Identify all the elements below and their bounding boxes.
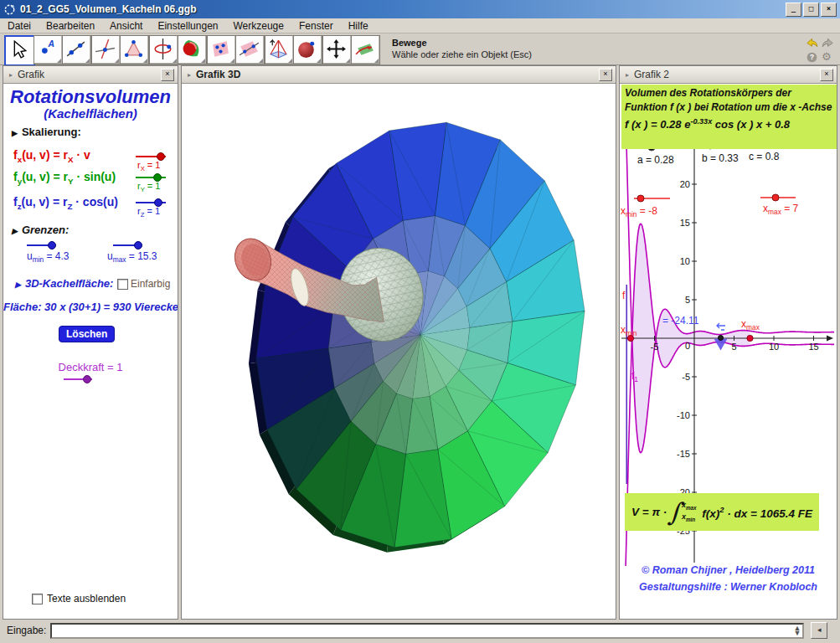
input-collapse-button[interactable]: ◂	[811, 622, 827, 639]
tool-sphere-button[interactable]	[293, 35, 322, 64]
redo-button[interactable]	[821, 36, 835, 50]
slider-umin[interactable]	[27, 241, 52, 249]
maximize-button[interactable]: □	[803, 3, 819, 17]
panel-grafik2-header[interactable]: ▸ Grafik 2 ×	[620, 66, 837, 84]
formula-fx[interactable]: fx(u, v) = rX · v	[13, 148, 90, 164]
panel-grafik3d-header[interactable]: ▸ Grafik 3D ×	[182, 66, 616, 84]
menu-item-fenster[interactable]: Fenster	[291, 19, 341, 33]
tool-dropdown-arrow-icon[interactable]	[85, 59, 90, 63]
svg-text:15: 15	[808, 342, 818, 352]
algebra-input[interactable]	[50, 623, 804, 639]
slider-rx[interactable]	[136, 152, 166, 160]
slider-umin-label: umin = 4.3	[27, 250, 70, 264]
menu-item-hilfe[interactable]: Hilfe	[341, 19, 376, 33]
svg-text:-5: -5	[682, 372, 690, 382]
tool-circle-axis-button[interactable]	[149, 35, 178, 64]
point-s[interactable]	[719, 336, 724, 341]
curve-label: f	[622, 290, 625, 301]
menu-item-werkzeuge[interactable]: Werkzeuge	[225, 19, 291, 33]
point-xmax[interactable]	[747, 335, 753, 341]
tool-line-button[interactable]	[62, 35, 91, 64]
menu-item-ansicht[interactable]: Ansicht	[102, 19, 150, 33]
tool-move-button[interactable]	[4, 35, 35, 66]
panel-collapse-icon[interactable]: ▸	[9, 71, 13, 79]
tool-dropdown-arrow-icon[interactable]	[173, 59, 177, 63]
tool-dropdown-arrow-icon[interactable]	[317, 59, 321, 63]
formula-fy[interactable]: fy(u, v) = rY · sin(u)	[13, 170, 116, 186]
circle-axis-icon	[152, 38, 174, 60]
g2-slider-label: b = 0.33	[702, 152, 739, 164]
tool-dropdown-arrow-icon[interactable]	[57, 59, 61, 63]
panel-collapse-icon[interactable]: ▸	[626, 71, 629, 79]
menu-item-einstellungen[interactable]: Einstellungen	[150, 19, 225, 33]
panel-grafik-body: Rotationsvolumen (Kachelflächen) ▶Skalie…	[3, 84, 178, 619]
g2-slider-knob[interactable]	[637, 195, 644, 202]
panel-grafik2-close-icon[interactable]: ×	[820, 69, 833, 81]
tool-perpendicular-button[interactable]	[91, 35, 121, 64]
slider-deckkraft[interactable]	[64, 375, 92, 383]
perpendicular-icon	[94, 38, 116, 60]
slider-umin-knob[interactable]	[48, 241, 56, 249]
texte-ausblenden-checkbox[interactable]	[32, 594, 43, 604]
subheading[interactable]: (Kachelflächen)	[3, 106, 178, 121]
tool-point-button[interactable]: A	[33, 35, 63, 64]
einfarbig-label[interactable]: Einfarbig	[131, 278, 170, 290]
panel-grafik-close-icon[interactable]: ×	[161, 69, 174, 81]
g2-slider-knob[interactable]	[772, 194, 779, 201]
tool-dropdown-arrow-icon[interactable]	[201, 59, 205, 63]
flaeche-text[interactable]: Fläche: 30 x (30+1) = 930 Vierecke	[3, 301, 178, 313]
tool-plane-button[interactable]	[235, 35, 265, 64]
volume-formula-box[interactable]: V = π · ∫ xmaxxmin f(x)2 · dx = 1065.4 F…	[625, 493, 819, 531]
einfarbig-checkbox[interactable]	[117, 279, 128, 290]
undo-button[interactable]	[805, 36, 819, 50]
slider-rz[interactable]	[136, 198, 166, 206]
help-button[interactable]: ?	[807, 51, 817, 62]
tool-rotate-view-button[interactable]	[351, 35, 380, 64]
rotation-solid-3d[interactable]	[182, 84, 616, 619]
input-label: Eingabe:	[7, 625, 46, 636]
info-text-box[interactable]: Volumen des Rotationskörpers der Funktio…	[621, 85, 837, 149]
panel-grafik3d-close-icon[interactable]: ×	[599, 69, 612, 81]
tool-translate-view-button[interactable]	[322, 35, 352, 64]
menu-item-bearbeiten[interactable]: Bearbeiten	[39, 19, 102, 33]
slider-ry[interactable]	[136, 173, 166, 181]
heading[interactable]: Rotationsvolumen	[3, 86, 178, 108]
slider-deckkraft-knob[interactable]	[83, 375, 91, 383]
minimize-button[interactable]: _	[786, 3, 801, 17]
tool-intersect-button[interactable]	[178, 35, 207, 64]
tool-pyramid-button[interactable]	[265, 35, 294, 64]
tool-dropdown-arrow-icon[interactable]	[288, 59, 292, 63]
credit-line-2: Gestaltungshilfe : Werner Knobloch	[620, 581, 837, 593]
slider-umax[interactable]	[113, 241, 138, 249]
loeschen-button[interactable]: Löschen	[59, 326, 115, 342]
tool-dropdown-arrow-icon[interactable]	[230, 59, 234, 63]
panel-grafik3d-body[interactable]	[182, 84, 616, 619]
formula-fz[interactable]: fz(u, v) = rZ · cos(u)	[13, 195, 118, 211]
texte-ausblenden-label[interactable]: Texte ausblenden	[47, 593, 126, 604]
panel-grafik-3d: ▸ Grafik 3D ×	[181, 65, 616, 620]
tool-status-hint: Wähle oder ziehe ein Objekt (Esc)	[392, 49, 532, 59]
tool-dropdown-arrow-icon[interactable]	[346, 59, 350, 63]
credit-line-1: © Roman Chijner , Heidelberg 2011	[620, 564, 837, 576]
tool-dropdown-arrow-icon[interactable]	[259, 59, 263, 63]
settings-gear-icon[interactable]: ⚙	[822, 50, 833, 62]
panel-collapse-icon[interactable]: ▸	[188, 71, 191, 79]
tool-polygon-button[interactable]	[120, 35, 149, 64]
volume-formula: V = π · ∫ xmaxxmin f(x)2 · dx = 1065.4 F…	[625, 493, 819, 531]
tool-dropdown-arrow-icon[interactable]	[374, 59, 379, 63]
curve-label: xmin	[621, 324, 637, 337]
input-history-spinner-icon[interactable]: ▲▼	[793, 625, 801, 635]
toolbar: Bewege Wähle oder ziehe ein Objekt (Esc)…	[0, 33, 840, 65]
slider-umax-knob[interactable]	[134, 241, 142, 249]
slider-rz-label: rZ = 1	[137, 206, 160, 219]
g2-slider-label: a = 0.28	[637, 154, 674, 166]
tool-dropdown-arrow-icon[interactable]	[143, 59, 147, 63]
menu-item-datei[interactable]: Datei	[0, 19, 39, 33]
panel-grafik-header[interactable]: ▸ Grafik ×	[3, 66, 178, 84]
slider-umax-label: umax = 15.3	[107, 250, 157, 264]
main-area: ▸ Grafik × Rotationsvolumen (Kachelfläch…	[0, 65, 840, 620]
tool-dropdown-arrow-icon[interactable]	[115, 59, 119, 63]
tool-plane-points-button[interactable]	[207, 35, 236, 64]
section-grenzen: ▶Grenzen:	[12, 224, 69, 236]
close-button[interactable]: ×	[821, 3, 837, 17]
